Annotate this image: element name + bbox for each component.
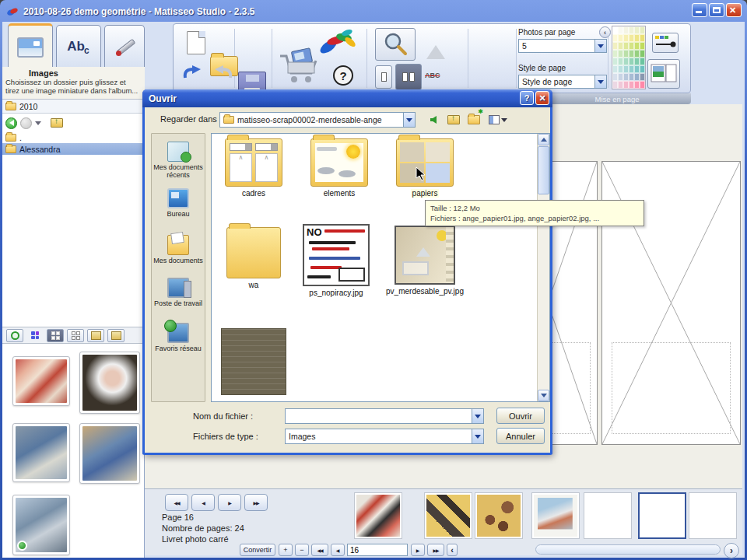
palette-swatch[interactable] <box>629 65 634 73</box>
palette-swatch[interactable] <box>629 50 634 58</box>
order-cart-button[interactable] <box>277 45 321 86</box>
palette-swatch[interactable] <box>612 81 618 89</box>
palette-swatch[interactable] <box>612 34 618 42</box>
palette-swatch[interactable] <box>612 50 618 58</box>
file-list-scrollbar[interactable] <box>537 134 549 401</box>
layout-fill-button[interactable] <box>647 59 680 89</box>
up-one-level-button[interactable] <box>445 112 462 128</box>
close-button[interactable]: ✕ <box>726 3 742 17</box>
file-name-input[interactable] <box>285 408 484 424</box>
palette-swatch[interactable] <box>640 65 645 73</box>
place-my-computer[interactable]: Poste de travail <box>152 278 205 307</box>
folder-item-wa[interactable]: wa <box>223 227 285 289</box>
palette-swatch[interactable] <box>634 73 640 81</box>
palette-swatch[interactable] <box>623 73 629 81</box>
file-item-pv[interactable]: pv_merdesable_pv.jpg <box>389 226 461 296</box>
place-recent-documents[interactable]: Mes documents récents <box>152 142 205 179</box>
dialog-close-button[interactable]: ✕ <box>535 91 549 105</box>
place-desktop[interactable]: Bureau <box>152 188 205 218</box>
dropdown-arrow-icon[interactable] <box>472 409 483 423</box>
photo-thumbnail[interactable] <box>12 356 70 406</box>
palette-swatch[interactable] <box>623 26 629 34</box>
folder-select[interactable]: 2010 <box>2 100 144 114</box>
nav-up-button[interactable] <box>51 118 63 128</box>
palette-swatch[interactable] <box>634 65 640 73</box>
grid-view-button[interactable] <box>67 329 84 342</box>
palette-swatch[interactable] <box>623 50 629 58</box>
photo-thumbnail[interactable] <box>12 423 70 482</box>
palette-swatch[interactable] <box>623 42 629 50</box>
goto-previous-button[interactable]: ◀ <box>331 544 345 556</box>
palette-swatch[interactable] <box>612 65 618 73</box>
palette-swatch[interactable] <box>634 58 640 65</box>
goto-next-button[interactable]: ▶ <box>411 544 425 556</box>
palette-swatch[interactable] <box>612 42 618 50</box>
maximize-button[interactable] <box>709 3 724 17</box>
palette-swatch[interactable] <box>634 34 640 42</box>
history-filter-button[interactable] <box>6 329 23 342</box>
palette-swatch[interactable] <box>623 65 629 73</box>
new-folder-button[interactable] <box>465 112 482 128</box>
palette-swatch[interactable] <box>634 26 640 34</box>
palette-swatch[interactable] <box>618 26 623 34</box>
tab-images[interactable] <box>8 23 53 68</box>
layout-flow-button[interactable] <box>652 33 679 53</box>
palette-swatch[interactable] <box>640 26 645 34</box>
expand-strip-button[interactable]: › <box>724 543 739 558</box>
palette-swatch[interactable] <box>640 73 645 81</box>
palette-swatch[interactable] <box>634 50 640 58</box>
palette-swatch[interactable] <box>640 50 645 58</box>
palette-swatch[interactable] <box>623 81 629 89</box>
photo-thumbnail[interactable] <box>12 495 70 555</box>
palette-swatch[interactable] <box>618 34 623 42</box>
place-my-documents[interactable]: Mes documents <box>152 235 205 264</box>
palette-swatch[interactable] <box>629 58 634 65</box>
next-page-button[interactable]: ▶ <box>218 494 241 511</box>
view-menu-button[interactable] <box>487 112 509 128</box>
zoom-in-button[interactable]: + <box>279 544 293 556</box>
look-in-select[interactable]: matisseo-scrap00002-merdesable-ange <box>219 112 416 128</box>
folder-item-cadres[interactable]: ∧ ∧ cadres <box>223 138 285 198</box>
page-thumbnail[interactable] <box>584 492 632 539</box>
page-number-input[interactable] <box>347 544 408 556</box>
palette-swatch[interactable] <box>618 50 623 58</box>
palette-swatch[interactable] <box>623 34 629 42</box>
photo-thumbnail[interactable] <box>79 352 140 414</box>
dropdown-arrow-icon[interactable] <box>594 75 606 88</box>
spellcheck-icon[interactable]: ABC <box>425 72 440 79</box>
palette-swatch[interactable] <box>618 42 623 50</box>
effects-splash-icon[interactable] <box>317 26 358 59</box>
nav-back-button[interactable] <box>5 117 17 129</box>
scroll-up-button[interactable] <box>538 134 549 145</box>
help-button[interactable]: ? <box>333 65 353 86</box>
nav-history-arrow-icon[interactable] <box>35 121 41 125</box>
page-thumbnail[interactable] <box>531 492 580 539</box>
redo-button[interactable] <box>209 64 233 81</box>
palette-swatch[interactable] <box>640 81 645 89</box>
undo-button[interactable] <box>182 64 207 81</box>
tab-text[interactable]: Abc <box>56 25 101 67</box>
dialog-cancel-button[interactable]: Annuler <box>496 428 545 444</box>
scroll-down-button[interactable] <box>538 390 549 401</box>
tab-tools[interactable] <box>104 25 145 67</box>
palette-swatch[interactable] <box>629 34 634 42</box>
tree-item-dot[interactable]: . <box>2 132 144 143</box>
previous-page-button[interactable]: ◀ <box>191 494 215 511</box>
palette-swatch[interactable] <box>629 73 634 81</box>
palette-swatch[interactable] <box>618 81 623 89</box>
photo-list-button[interactable] <box>87 329 104 342</box>
goto-last-button[interactable]: ▶▶ <box>427 544 444 556</box>
photo-thumbnail[interactable] <box>79 423 140 484</box>
page-thumbnail[interactable] <box>689 492 737 539</box>
dropdown-arrow-icon[interactable] <box>594 40 606 52</box>
goto-first-button[interactable]: ◀◀ <box>311 544 328 556</box>
palette-swatch[interactable] <box>618 65 623 73</box>
page-thumbnail[interactable] <box>475 492 523 539</box>
palette-swatch[interactable] <box>612 26 618 34</box>
palette-swatch[interactable] <box>623 58 629 65</box>
dialog-titlebar[interactable]: Ouvrir ? ✕ <box>142 89 552 107</box>
dropdown-arrow-icon[interactable] <box>403 113 415 127</box>
palette-swatch[interactable] <box>634 42 640 50</box>
palette-swatch[interactable] <box>634 81 640 89</box>
grid-view-active-button[interactable] <box>47 329 64 342</box>
